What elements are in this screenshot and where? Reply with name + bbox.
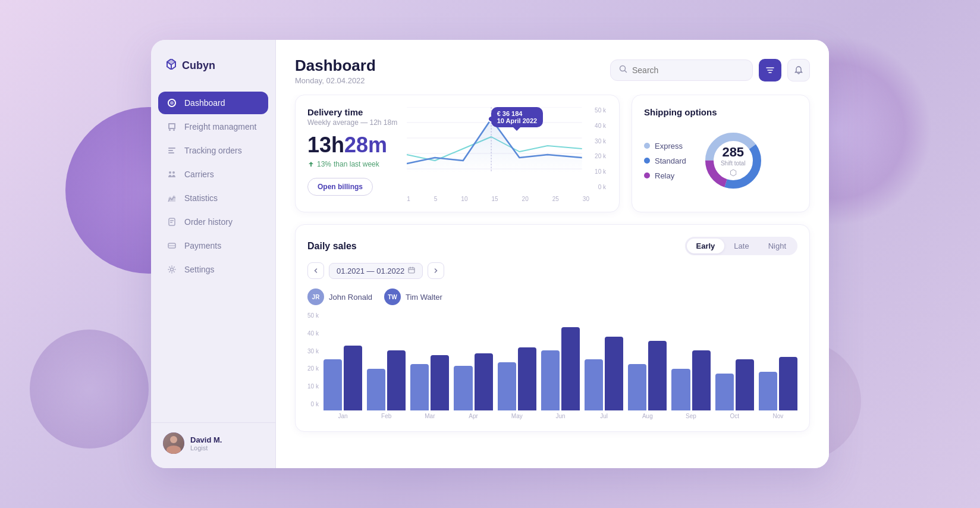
user-role: Logist (190, 444, 263, 451)
delivery-left: Delivery time Weekly average — 12h 18m 1… (307, 107, 397, 196)
sidebar-item-dashboard[interactable]: Dashboard (158, 92, 268, 114)
sidebar-item-freight[interactable]: Freight managment (158, 115, 268, 138)
sidebar-footer: David M. Logist (151, 422, 275, 454)
bar-jr-jul (585, 359, 603, 410)
main-card: Cubyn Dashboard (151, 40, 829, 468)
svg-rect-5 (168, 152, 174, 153)
box-icon: ⬡ (721, 168, 746, 177)
relay-dot (644, 173, 650, 178)
sidebar-item-tracking[interactable]: Tracking orders (158, 139, 268, 162)
svg-point-2 (173, 129, 175, 131)
statistics-icon (167, 193, 177, 203)
search-box (610, 59, 753, 81)
notifications-button[interactable] (787, 59, 810, 81)
bar-tw-jun (561, 327, 580, 410)
open-billings-button[interactable]: Open billings (307, 178, 373, 196)
bar-tw-sep (692, 350, 711, 410)
bar-group-jan (323, 346, 362, 410)
donut-chart: 285 Shift total ⬡ (701, 128, 766, 193)
bar-tw-jul (605, 337, 623, 410)
sidebar-item-label-settings: Settings (184, 265, 215, 274)
trend-up-icon (307, 161, 315, 168)
svg-point-7 (172, 171, 175, 174)
tracking-icon (167, 145, 177, 156)
header-text: Dashboard Monday, 02.04.2022 (295, 57, 376, 85)
shift-tab-night[interactable]: Night (759, 239, 796, 253)
date-nav: 01.2021 — 01.2022 (307, 262, 797, 279)
logo-area: Cubyn (151, 59, 275, 73)
shift-tab-late[interactable]: Late (724, 239, 758, 253)
svg-point-13 (171, 268, 174, 271)
delivery-card-subtitle: Weekly average — 12h 18m (307, 118, 397, 127)
svg-rect-31 (409, 268, 414, 273)
sidebar-item-settings[interactable]: Settings (158, 258, 268, 281)
date-next-button[interactable] (428, 262, 444, 279)
legend-label-express: Express (655, 142, 683, 150)
bar-tw-aug (648, 341, 667, 410)
delivery-chart: € 36 184 10 April 2022 (407, 107, 607, 202)
x-label-jun: Jun (541, 413, 580, 419)
daily-sales-title: Daily sales (307, 241, 357, 252)
delivery-time-display: 13h28m (307, 133, 397, 158)
bar-jr-oct (715, 374, 734, 410)
tooltip-amount: € 36 184 (497, 110, 537, 117)
legend-user-jr: JR John Ronald (307, 289, 372, 305)
svg-rect-10 (170, 222, 172, 223)
chart-tooltip: € 36 184 10 April 2022 (491, 107, 543, 127)
sidebar-item-payments[interactable]: Payments (158, 234, 268, 257)
content-area: Delivery time Weekly average — 12h 18m 1… (276, 95, 829, 468)
bar-group-jul (585, 337, 623, 410)
settings-icon (167, 264, 177, 275)
avatar-image (163, 432, 184, 454)
page-title: Dashboard (295, 57, 376, 75)
x-label-nov: Nov (759, 413, 797, 419)
svg-marker-25 (407, 119, 582, 173)
bar-jr-feb (367, 369, 385, 410)
svg-point-1 (169, 129, 171, 131)
date-prev-button[interactable] (307, 262, 324, 279)
sidebar-item-carriers[interactable]: Carriers (158, 163, 268, 186)
sidebar: Cubyn Dashboard (151, 40, 276, 468)
delivery-hours: 13h (307, 133, 344, 157)
sidebar-item-order-history[interactable]: Order history (158, 211, 268, 233)
bar-jr-may (498, 362, 516, 410)
x-label-aug: Aug (628, 413, 667, 419)
svg-rect-3 (168, 148, 175, 149)
legend-label-relay: Relay (655, 171, 674, 180)
standard-dot (644, 158, 650, 164)
x-label-apr: Apr (454, 413, 492, 419)
delivery-minutes: 28m (344, 133, 387, 157)
legend-item-standard: Standard (644, 156, 686, 165)
nav-items: Dashboard Freight managment (151, 92, 275, 422)
shipping-card: Shipping options Express Standard (632, 95, 810, 212)
bar-chart-legend: JR John Ronald TW Tim Walter (307, 289, 797, 305)
bar-tw-apr (475, 353, 493, 410)
search-input[interactable] (632, 65, 744, 75)
page-date: Monday, 02.04.2022 (295, 76, 376, 85)
shift-tab-early[interactable]: Early (687, 239, 725, 253)
svg-point-6 (169, 171, 171, 174)
x-label-feb: Feb (367, 413, 406, 419)
sidebar-item-label-statistics: Statistics (184, 193, 218, 203)
bar-jr-mar (410, 364, 429, 410)
user-name-tw: Tim Walter (406, 293, 442, 302)
bg-decoration-2 (30, 330, 149, 449)
filter-button[interactable] (759, 59, 781, 81)
date-range-display: 01.2021 — 01.2022 (329, 263, 423, 279)
user-avatar-tw: TW (384, 289, 401, 305)
svg-line-15 (625, 71, 627, 73)
bar-group-oct (715, 359, 754, 410)
svg-rect-12 (168, 245, 175, 246)
svg-rect-9 (170, 220, 174, 221)
header-actions (610, 59, 810, 81)
x-label-jan: Jan (323, 413, 362, 419)
delivery-change-label: than last week (334, 160, 379, 168)
svg-rect-4 (168, 150, 173, 151)
daily-sales-header: Daily sales Early Late Night (307, 237, 797, 255)
sidebar-item-statistics[interactable]: Statistics (158, 187, 268, 209)
svg-point-0 (170, 101, 174, 105)
bar-tw-may (518, 347, 536, 410)
bar-jr-apr (454, 366, 472, 410)
bar-group-aug (628, 341, 667, 410)
bar-chart-main: JanFebMarAprMayJunJulAugSepOctNov (323, 327, 797, 419)
